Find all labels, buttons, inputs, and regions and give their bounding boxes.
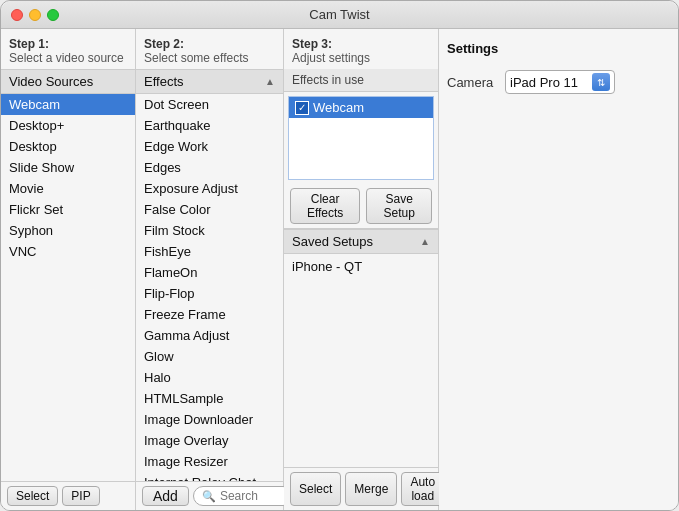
list-item[interactable]: Flickr Set bbox=[1, 199, 135, 220]
minimize-button[interactable] bbox=[29, 9, 41, 21]
list-item[interactable]: VNC bbox=[1, 241, 135, 262]
adjust-header: Step 3: Adjust settings bbox=[284, 29, 438, 69]
list-item[interactable]: Desktop bbox=[1, 136, 135, 157]
list-item[interactable]: Slide Show bbox=[1, 157, 135, 178]
adjust-step: Step 3: bbox=[292, 37, 430, 51]
settings-label: Settings bbox=[447, 37, 670, 60]
effects-in-use-section: Effects in use ✓ Webcam Clear Effects Sa… bbox=[284, 69, 438, 229]
sources-select-button[interactable]: Select bbox=[7, 486, 58, 506]
titlebar: Cam Twist bbox=[1, 1, 678, 29]
list-item[interactable]: Flip-Flop bbox=[136, 283, 283, 304]
effect-name: Webcam bbox=[313, 100, 364, 115]
camera-value: iPad Pro 11 bbox=[510, 75, 590, 90]
list-item[interactable]: Image Downloader bbox=[136, 409, 283, 430]
effects-section-label: Effects ▲ bbox=[136, 69, 283, 94]
effects-in-use-list[interactable]: ✓ Webcam bbox=[288, 96, 434, 180]
adjust-step-desc: Adjust settings bbox=[292, 51, 430, 65]
effects-list[interactable]: Dot Screen Earthquake Edge Work Edges Ex… bbox=[136, 94, 283, 481]
sources-list[interactable]: Webcam Desktop+ Desktop Slide Show Movie… bbox=[1, 94, 135, 481]
list-item[interactable]: Dot Screen bbox=[136, 94, 283, 115]
list-item[interactable]: FlameOn bbox=[136, 262, 283, 283]
list-item[interactable]: Image Resizer bbox=[136, 451, 283, 472]
effects-column: Step 2: Select some effects Effects ▲ Do… bbox=[136, 29, 284, 510]
camera-label: Camera bbox=[447, 75, 497, 90]
list-item[interactable]: False Color bbox=[136, 199, 283, 220]
list-item[interactable]: FishEye bbox=[136, 241, 283, 262]
close-button[interactable] bbox=[11, 9, 23, 21]
maximize-button[interactable] bbox=[47, 9, 59, 21]
add-effect-button[interactable]: Add bbox=[142, 486, 189, 506]
saved-setups-label: Saved Setups ▲ bbox=[284, 229, 438, 254]
list-item[interactable]: Edges bbox=[136, 157, 283, 178]
effects-in-use-label: Effects in use bbox=[284, 69, 438, 92]
list-item[interactable]: Earthquake bbox=[136, 115, 283, 136]
effects-bottom-buttons: Add 🔍 bbox=[136, 481, 283, 510]
list-item[interactable]: Desktop+ bbox=[1, 115, 135, 136]
window-title: Cam Twist bbox=[309, 7, 369, 22]
effects-buttons-row: Clear Effects Save Setup bbox=[284, 184, 438, 228]
saved-setups-chevron-icon: ▲ bbox=[420, 236, 430, 247]
effects-step: Step 2: bbox=[144, 37, 275, 51]
saved-setups-section: Saved Setups ▲ iPhone - QT bbox=[284, 229, 438, 467]
effects-chevron-icon: ▲ bbox=[265, 76, 275, 87]
pip-button[interactable]: PIP bbox=[62, 486, 99, 506]
list-item[interactable]: Freeze Frame bbox=[136, 304, 283, 325]
sources-bottom-buttons: Select PIP bbox=[1, 481, 135, 510]
sources-column: Step 1: Select a video source Video Sour… bbox=[1, 29, 136, 510]
save-setup-button[interactable]: Save Setup bbox=[366, 188, 432, 224]
settings-column: Settings Camera iPad Pro 11 ⇅ bbox=[439, 29, 678, 510]
list-item[interactable]: Internet Relay Chat (IRC) bbox=[136, 472, 283, 481]
saved-setups-list[interactable]: iPhone - QT bbox=[284, 254, 438, 467]
clear-effects-button[interactable]: Clear Effects bbox=[290, 188, 360, 224]
list-item[interactable]: Film Stock bbox=[136, 220, 283, 241]
list-item[interactable]: Edge Work bbox=[136, 136, 283, 157]
list-item[interactable]: Halo bbox=[136, 367, 283, 388]
autoload-button[interactable]: Auto load bbox=[401, 472, 444, 506]
main-window: Cam Twist Step 1: Select a video source … bbox=[0, 0, 679, 511]
list-item[interactable]: Exposure Adjust bbox=[136, 178, 283, 199]
sources-header: Step 1: Select a video source bbox=[1, 29, 135, 69]
search-icon: 🔍 bbox=[202, 490, 216, 503]
adjust-column: Step 3: Adjust settings Effects in use ✓… bbox=[284, 29, 439, 510]
checkbox-icon[interactable]: ✓ bbox=[295, 101, 309, 115]
camera-select[interactable]: iPad Pro 11 ⇅ bbox=[505, 70, 615, 94]
effect-in-use-item[interactable]: ✓ Webcam bbox=[289, 97, 433, 118]
list-item[interactable]: Image Overlay bbox=[136, 430, 283, 451]
camera-dropdown-icon[interactable]: ⇅ bbox=[592, 73, 610, 91]
video-sources-label: Video Sources bbox=[1, 69, 135, 94]
sources-step: Step 1: bbox=[9, 37, 127, 51]
effects-header: Step 2: Select some effects bbox=[136, 29, 283, 69]
list-item[interactable]: iPhone - QT bbox=[284, 256, 438, 277]
content-area: Step 1: Select a video source Video Sour… bbox=[1, 29, 678, 510]
traffic-lights bbox=[11, 9, 59, 21]
sources-step-desc: Select a video source bbox=[9, 51, 127, 65]
adjust-bottom-buttons: Select Merge Auto load − bbox=[284, 467, 438, 510]
list-item[interactable]: Movie bbox=[1, 178, 135, 199]
list-item[interactable]: Gamma Adjust bbox=[136, 325, 283, 346]
effects-step-desc: Select some effects bbox=[144, 51, 275, 65]
list-item[interactable]: Glow bbox=[136, 346, 283, 367]
camera-setting-row: Camera iPad Pro 11 ⇅ bbox=[447, 70, 670, 94]
list-item[interactable]: Webcam bbox=[1, 94, 135, 115]
list-item[interactable]: HTMLSample bbox=[136, 388, 283, 409]
adjust-select-button[interactable]: Select bbox=[290, 472, 341, 506]
effects-search[interactable]: 🔍 bbox=[193, 486, 293, 506]
list-item[interactable]: Syphon bbox=[1, 220, 135, 241]
merge-button[interactable]: Merge bbox=[345, 472, 397, 506]
